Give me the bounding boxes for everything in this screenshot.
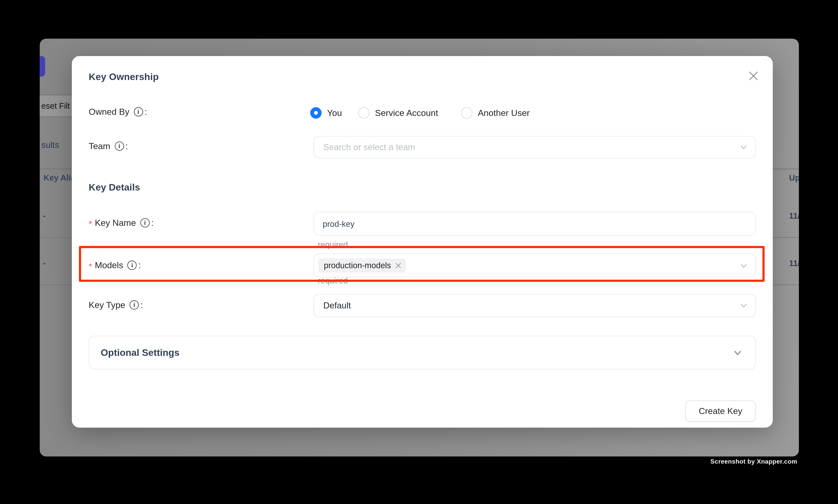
required-mark: * [89, 262, 92, 271]
models-select[interactable]: production-models [314, 254, 756, 277]
screenshot-stage: eset Filt sults Key Alia Up - 11/ - 11/ … [0, 0, 838, 504]
info-icon[interactable] [127, 260, 137, 270]
close-icon [748, 70, 758, 81]
modal-title: Key Ownership [89, 71, 159, 83]
radio-label: Service Account [375, 107, 438, 118]
required-mark: * [89, 219, 92, 229]
table-header-updated: Up [789, 173, 799, 182]
key-type-select[interactable]: Default [314, 294, 756, 317]
key-type-label: Key Type: [89, 300, 143, 310]
models-validation: required [318, 276, 348, 285]
create-key-button[interactable]: Create Key [685, 400, 756, 421]
radio-selected-icon [310, 107, 322, 119]
radio-label: You [327, 107, 342, 118]
chevron-down-icon [739, 262, 748, 270]
table-row-alias: - [43, 258, 46, 268]
radio-owned-by-service-account[interactable]: Service Account [358, 107, 438, 119]
key-name-input[interactable] [314, 212, 756, 236]
remove-tag-icon[interactable] [396, 263, 401, 268]
create-key-modal: Key Ownership Owned By: You Service Acco… [72, 56, 773, 428]
reset-filters-label: eset Filt [41, 101, 70, 110]
chevron-down-icon [733, 348, 742, 357]
selected-model-tag: production-models [318, 258, 406, 272]
table-row-updated: 11/ [789, 258, 799, 268]
model-tag-label: production-models [324, 260, 391, 270]
radio-unselected-icon [358, 107, 370, 119]
watermark: Screenshot by Xnapper.com [710, 458, 797, 465]
info-icon[interactable] [140, 218, 149, 228]
team-placeholder: Search or select a team [323, 142, 415, 152]
chevron-down-icon [739, 143, 748, 151]
radio-label: Another User [478, 107, 530, 118]
optional-settings-heading: Optional Settings [101, 347, 180, 358]
owned-by-label: Owned By: [89, 107, 147, 117]
chevron-down-icon [739, 301, 748, 310]
radio-owned-by-you[interactable]: You [310, 107, 342, 119]
clipped-primary-button-fragment[interactable] [40, 56, 45, 77]
team-label: Team: [89, 141, 128, 151]
create-key-label: Create Key [699, 406, 742, 416]
table-row-alias: - [43, 211, 46, 220]
info-icon[interactable] [114, 142, 124, 151]
close-button[interactable] [747, 69, 760, 82]
radio-owned-by-another-user[interactable]: Another User [461, 107, 530, 119]
key-type-value: Default [323, 301, 351, 310]
table-row-updated: 11/ [789, 211, 799, 220]
models-label: * Models: [89, 260, 141, 270]
table-header-key-alias: Key Alia [43, 173, 75, 182]
info-icon[interactable] [134, 107, 143, 116]
optional-settings-toggle[interactable]: Optional Settings [89, 336, 756, 370]
radio-unselected-icon [461, 107, 473, 119]
key-name-validation: required [318, 240, 348, 249]
key-name-label: * Key Name: [89, 218, 154, 228]
results-count-fragment: sults [41, 140, 59, 150]
info-icon[interactable] [130, 301, 139, 310]
key-details-heading: Key Details [89, 182, 140, 193]
team-select[interactable]: Search or select a team [314, 136, 756, 158]
